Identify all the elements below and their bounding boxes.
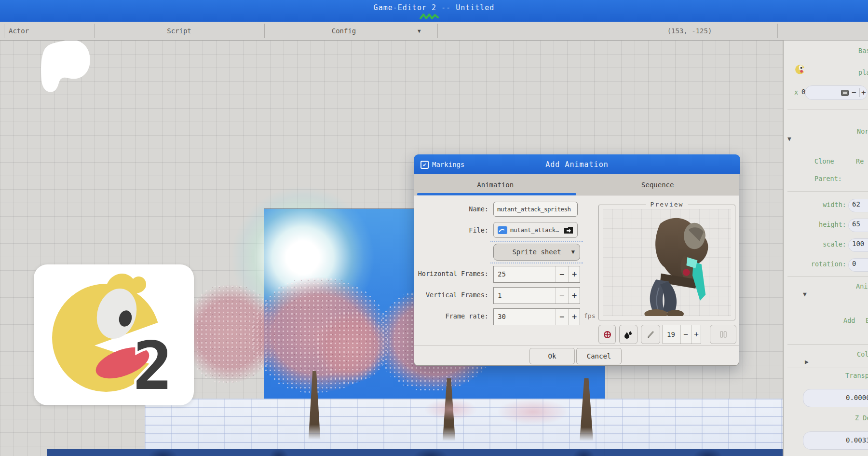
menu-config[interactable]: Config [264, 22, 423, 41]
remove-button[interactable]: Re [856, 157, 864, 165]
actor-name-label: pla [858, 69, 868, 76]
window-title: Game-Editor 2 -- Untitled [0, 3, 868, 12]
droplets-icon [624, 331, 633, 339]
crosshair-icon [603, 331, 611, 339]
clone-button[interactable]: Clone [814, 157, 834, 165]
droplets-button[interactable] [619, 325, 637, 344]
chevron-down-icon: ▼ [571, 244, 575, 260]
name-input[interactable]: mutant_attack_spritesh [493, 202, 578, 217]
vertical-frames-label: Vertical Frames: [414, 291, 488, 299]
import-icon [564, 226, 573, 234]
dialog-header[interactable]: ✔ Markings Add Animation [414, 154, 740, 174]
scale-value: 100 [852, 240, 864, 248]
animation-type-dropdown[interactable]: Sprite sheet ▼ [493, 244, 580, 261]
name-label: Name: [414, 205, 488, 213]
zigzag-icon [420, 13, 439, 20]
title-bar: Game-Editor 2 -- Untitled [0, 0, 868, 22]
frame-number-value[interactable]: 19 [667, 325, 675, 344]
section-color-label: Col [857, 350, 868, 358]
menu-bar: Actor Script Config ▼ (153, -125) [0, 22, 868, 41]
zdepth-value: 0.0033 [846, 436, 868, 444]
x-label: x [794, 88, 798, 96]
patreon-logo [40, 39, 92, 94]
height-value: 65 [852, 220, 860, 228]
horizontal-frames-label: Horizontal Frames: [414, 270, 488, 277]
horizontal-frames-spinner[interactable]: 25 − + [493, 266, 580, 283]
expand-arrow-icon[interactable]: ▶ [805, 358, 809, 365]
horizontal-frames-value[interactable]: 25 [498, 266, 506, 282]
file-label: File: [414, 226, 488, 234]
rotation-label: rotation: [784, 260, 846, 268]
logo-numeral: 2 [133, 327, 173, 405]
transparency-label: Transpa [845, 372, 868, 379]
screen: 2 Game-Editor 2 -- Untitled Actor Script… [0, 0, 868, 456]
tab-animation[interactable]: Animation [414, 174, 577, 195]
edit-button-partial[interactable]: E [866, 317, 868, 324]
add-animation-button[interactable]: Add [843, 317, 855, 324]
menu-script[interactable]: Script [94, 22, 264, 41]
minus-button-disabled: − [556, 288, 568, 304]
rotation-value: 0 [852, 260, 856, 267]
pause-button[interactable] [710, 325, 736, 344]
frame-rate-label: Frame rate: [414, 312, 488, 320]
cancel-button[interactable]: Cancel [576, 348, 622, 364]
vertical-frames-spinner[interactable]: 1 − + [493, 287, 580, 304]
collapse-arrow-icon[interactable]: ▼ [803, 290, 807, 298]
menu-actor[interactable]: Actor [9, 22, 29, 41]
cursor-coordinates: (153, -125) [637, 22, 743, 41]
minus-button[interactable]: − [680, 325, 691, 344]
plus-button[interactable]: + [691, 325, 702, 344]
section-animations-label: Anim [856, 282, 868, 290]
actor-thumbnail-icon [795, 64, 806, 75]
ok-button[interactable]: Ok [529, 348, 575, 364]
minus-button[interactable]: − [556, 266, 568, 282]
scale-label: scale: [784, 240, 846, 248]
pencil-icon [646, 330, 655, 339]
actor-properties-panel: Bas pla x 0 − + Nor ▼ Clone Re Parent: [783, 41, 868, 456]
animation-type-value: Sprite sheet [512, 248, 561, 256]
zdepth-field[interactable]: 0.0033 [803, 431, 868, 450]
height-label: height: [784, 221, 846, 228]
frame-number-spinner[interactable]: 19 − + [663, 325, 701, 344]
target-button[interactable] [598, 325, 616, 344]
dialog-tabstrip: Animation Sequence [414, 174, 739, 195]
dialog-divider [414, 345, 739, 346]
image-picker-icon[interactable] [841, 90, 849, 96]
width-value: 62 [852, 200, 860, 208]
width-label: width: [784, 201, 846, 208]
vertical-frames-value[interactable]: 1 [498, 288, 502, 304]
transparency-value: 0.0000 [846, 394, 868, 401]
file-name: mutant_attack… [510, 227, 559, 234]
fps-unit-label: fps [584, 312, 595, 319]
pencil-button[interactable] [641, 325, 660, 344]
frame-rate-spinner[interactable]: 30 − + [493, 308, 580, 325]
preview-viewport [603, 209, 731, 316]
minus-button[interactable]: − [556, 309, 568, 325]
section-basic-label: Bas [858, 47, 868, 55]
plus-button[interactable]: + [568, 266, 581, 282]
config-dropdown-arrow[interactable]: ▼ [418, 22, 421, 41]
collapse-arrow-icon[interactable]: ▼ [787, 135, 791, 142]
preview-panel: Preview [598, 205, 735, 320]
transparency-field[interactable]: 0.0000 [803, 389, 868, 407]
frame-rate-value[interactable]: 30 [498, 309, 506, 325]
active-tab-underline [417, 193, 576, 195]
mutant-sprite-preview [629, 215, 716, 316]
preview-label: Preview [646, 201, 688, 208]
plus-button[interactable]: + [568, 309, 581, 325]
file-picker-button[interactable]: mutant_attack… [493, 222, 578, 238]
mode-label: Nor [857, 127, 868, 135]
rotation-field[interactable] [848, 258, 868, 272]
x-spinner[interactable]: − + [805, 85, 868, 100]
image-thumb-icon [498, 226, 507, 234]
add-animation-dialog: ✔ Markings Add Animation Animation Seque… [414, 154, 739, 366]
plus-button[interactable]: + [861, 86, 866, 99]
plus-button[interactable]: + [568, 288, 581, 304]
zdepth-label: Z De [855, 414, 868, 422]
game-editor-2-logo: 2 [34, 264, 194, 405]
minus-button[interactable]: − [852, 86, 856, 99]
tab-sequence[interactable]: Sequence [577, 174, 739, 195]
parent-label: Parent: [814, 175, 842, 182]
pause-icon [719, 331, 727, 338]
dialog-title: Add Animation [414, 160, 740, 169]
